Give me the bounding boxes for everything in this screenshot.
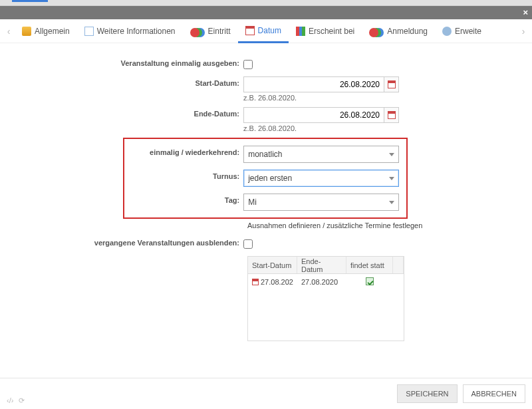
chevron-down-icon [389, 201, 394, 204]
folder-icon [22, 27, 31, 36]
column-header-spacer [393, 257, 404, 273]
progress-indicator [12, 0, 48, 2]
tab-label: Anmeldung [387, 27, 428, 36]
select-value: monatlich [248, 150, 282, 159]
tab-weitere-informationen[interactable]: Weitere Informationen [77, 19, 183, 43]
tab-label: Allgemein [35, 27, 70, 36]
hint-ende-datum: z.B. 26.08.2020. [243, 124, 403, 132]
tab-label: Weitere Informationen [97, 27, 176, 36]
dialog-footer: ‹/› ⟳ SPEICHERN ABBRECHEN [0, 378, 532, 409]
recurrence-highlight-box: einmalig / wiederkehrend: monatlich Turn… [123, 138, 408, 219]
window-topbar [0, 0, 532, 6]
table-row[interactable]: 27.08.202 27.08.2020 [248, 274, 404, 290]
label-turnus: Turnus: [128, 170, 243, 180]
tab-bar: ‹ Allgemein Weitere Informationen Eintri… [0, 19, 532, 43]
tab-allgemein[interactable]: Allgemein [15, 19, 77, 43]
tab-eintritt[interactable]: Eintritt [183, 19, 238, 43]
cell-start: 27.08.202 [261, 278, 293, 286]
form-panel: Veranstaltung einmalig ausgeben: Start-D… [0, 43, 532, 377]
column-header-ende[interactable]: Ende-Datum [297, 257, 346, 273]
input-start-datum[interactable] [243, 76, 384, 92]
save-button[interactable]: SPEICHERN [397, 384, 457, 403]
select-tag[interactable]: Mi [243, 194, 399, 211]
tabs-scroll-left[interactable]: ‹ [3, 26, 15, 37]
dialog-titlebar: × [0, 6, 532, 19]
check-icon [366, 277, 374, 285]
document-icon [84, 27, 94, 36]
tab-datum[interactable]: Datum [238, 19, 289, 43]
calendar-icon [252, 279, 259, 285]
gear-icon [442, 27, 452, 36]
calendar-icon [388, 111, 396, 119]
tab-label: Datum [258, 26, 281, 35]
select-value: jeden ersten [248, 174, 292, 183]
tab-label: Erweite [455, 27, 481, 36]
label-einmalig-ausgeben: Veranstaltung einmalig ausgeben: [7, 57, 243, 67]
tab-anmeldung[interactable]: Anmeldung [362, 19, 435, 43]
dates-table: Start-Datum Ende-Datum findet statt 27.0… [247, 256, 404, 341]
select-recurrence[interactable]: monatlich [243, 146, 399, 163]
chevron-down-icon [389, 153, 394, 156]
cancel-button[interactable]: ABBRECHEN [463, 384, 525, 403]
label-tag: Tag: [128, 194, 243, 204]
label-start-datum: Start-Datum: [7, 76, 243, 87]
tab-erweitert[interactable]: Erweite [435, 19, 489, 43]
tab-label: Erscheint bei [309, 27, 354, 36]
chart-icon [296, 27, 305, 36]
select-turnus[interactable]: jeden ersten [243, 170, 399, 187]
column-header-findet-statt[interactable]: findet statt [346, 257, 393, 273]
cell-ende: 27.08.2020 [297, 278, 346, 286]
people-icon [369, 28, 378, 37]
select-value: Mi [248, 198, 257, 207]
tabs-scroll-right[interactable]: › [517, 26, 529, 37]
checkbox-vergangene-ausblenden[interactable] [243, 239, 253, 249]
close-icon[interactable]: × [523, 7, 528, 17]
table-header: Start-Datum Ende-Datum findet statt [248, 257, 404, 274]
label-ende-datum: Ende-Datum: [7, 107, 243, 118]
code-icon[interactable]: ‹/› [7, 396, 13, 405]
tab-erscheint-bei[interactable]: Erscheint bei [289, 19, 362, 43]
hint-start-datum: z.B. 26.08.2020. [243, 94, 403, 102]
ende-datum-picker-button[interactable] [384, 107, 399, 123]
chevron-down-icon [389, 177, 394, 180]
label-recurrence: einmalig / wiederkehrend: [128, 146, 243, 156]
label-vergangene-ausblenden: vergangene Veranstaltungen ausblenden: [7, 236, 243, 247]
column-header-start[interactable]: Start-Datum [248, 257, 297, 273]
start-datum-picker-button[interactable] [384, 76, 399, 92]
calendar-icon [388, 80, 396, 88]
link-ausnahmen[interactable]: Ausnahmen definieren / zusätzliche Termi… [247, 221, 525, 229]
calendar-icon [245, 26, 255, 35]
input-ende-datum[interactable] [243, 107, 384, 123]
tab-label: Eintritt [208, 27, 231, 36]
checkbox-einmalig-ausgeben[interactable] [243, 60, 253, 69]
refresh-icon[interactable]: ⟳ [19, 396, 25, 405]
people-icon [190, 28, 200, 37]
